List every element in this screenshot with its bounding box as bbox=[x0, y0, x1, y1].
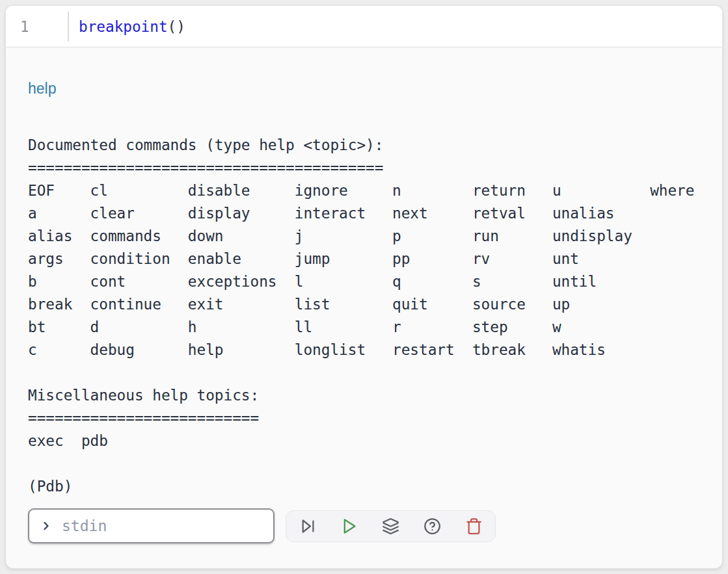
help-button[interactable] bbox=[420, 514, 444, 538]
layers-icon bbox=[382, 517, 399, 535]
skip-forward-icon bbox=[299, 517, 317, 535]
stack-button[interactable] bbox=[379, 514, 403, 538]
trash-icon bbox=[465, 517, 483, 535]
code-editor-line[interactable]: breakpoint() bbox=[69, 18, 185, 35]
debugger-toolbar bbox=[286, 510, 496, 542]
pdb-output: Documented commands (type help <topic>):… bbox=[28, 134, 722, 498]
code-editor-row: 1 breakpoint() bbox=[6, 6, 722, 47]
echoed-command: help bbox=[28, 80, 722, 97]
play-icon bbox=[340, 517, 358, 535]
clear-button[interactable] bbox=[461, 514, 486, 538]
stdin-input[interactable] bbox=[61, 517, 264, 535]
line-number: 1 bbox=[6, 18, 68, 35]
help-circle-icon bbox=[424, 517, 441, 535]
run-button[interactable] bbox=[337, 514, 362, 538]
code-parens: () bbox=[168, 18, 185, 35]
chevron-right-icon bbox=[40, 519, 53, 532]
code-function-name: breakpoint bbox=[79, 18, 168, 35]
stdin-inputbox[interactable] bbox=[28, 508, 275, 543]
cell-output-area: help Documented commands (type help <top… bbox=[6, 80, 722, 543]
notebook-cell: 1 breakpoint() help Documented commands … bbox=[5, 5, 723, 569]
skip-forward-button[interactable] bbox=[295, 514, 320, 538]
stdin-toolbar-row bbox=[28, 508, 722, 543]
